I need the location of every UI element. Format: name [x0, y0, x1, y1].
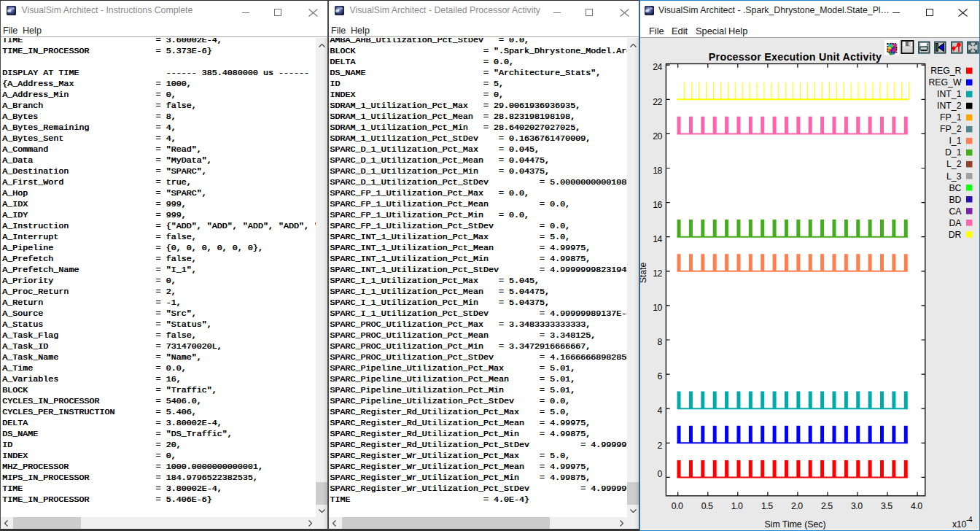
svg-text:CA: CA: [949, 206, 962, 217]
svg-text:BC: BC: [949, 183, 961, 193]
svg-text:18: 18: [653, 166, 662, 176]
svg-text:DR: DR: [949, 230, 962, 240]
svg-text:REG_R: REG_R: [930, 66, 961, 76]
svg-text:22: 22: [653, 97, 662, 107]
svg-text:REG_W: REG_W: [928, 77, 961, 88]
svg-text:L_2: L_2: [946, 159, 962, 169]
svg-text:0.5: 0.5: [701, 501, 713, 511]
svg-text:24: 24: [653, 62, 662, 72]
svg-text:Sim Time (Sec): Sim Time (Sec): [764, 519, 825, 530]
svg-text:Processor Execution Unit Activ: Processor Execution Unit Activity: [709, 51, 882, 63]
svg-text:14: 14: [653, 234, 662, 244]
svg-text:1.5: 1.5: [761, 501, 773, 511]
svg-text:D_1: D_1: [945, 147, 962, 158]
svg-text:3.0: 3.0: [851, 501, 863, 511]
svg-text:INT_2: INT_2: [937, 101, 962, 111]
svg-text:2.0: 2.0: [791, 501, 803, 511]
svg-text:8: 8: [658, 337, 663, 347]
svg-text:0.0: 0.0: [672, 501, 683, 511]
svg-text:FP_2: FP_2: [940, 124, 962, 134]
svg-text:6: 6: [658, 371, 663, 381]
svg-text:4: 4: [658, 406, 663, 416]
svg-text:FP_1: FP_1: [940, 112, 962, 123]
svg-text:L_3: L_3: [946, 171, 962, 182]
svg-text:20: 20: [653, 131, 662, 142]
svg-text:State: State: [639, 262, 648, 283]
svg-text:I_1: I_1: [949, 136, 961, 146]
svg-text:4.0: 4.0: [911, 501, 922, 511]
svg-text:16: 16: [653, 200, 662, 210]
svg-text:INT_1: INT_1: [937, 89, 962, 99]
svg-text:2.5: 2.5: [821, 501, 833, 511]
svg-text:3.5: 3.5: [881, 501, 892, 511]
svg-text:1.0: 1.0: [731, 501, 743, 511]
svg-text:10: 10: [653, 303, 662, 313]
svg-text:12: 12: [653, 268, 662, 279]
svg-text:BD: BD: [949, 195, 961, 205]
svg-text:0: 0: [658, 469, 663, 479]
svg-text:x10-4: x10-4: [952, 516, 973, 530]
svg-text:2: 2: [658, 441, 663, 451]
svg-text:DA: DA: [949, 218, 962, 228]
